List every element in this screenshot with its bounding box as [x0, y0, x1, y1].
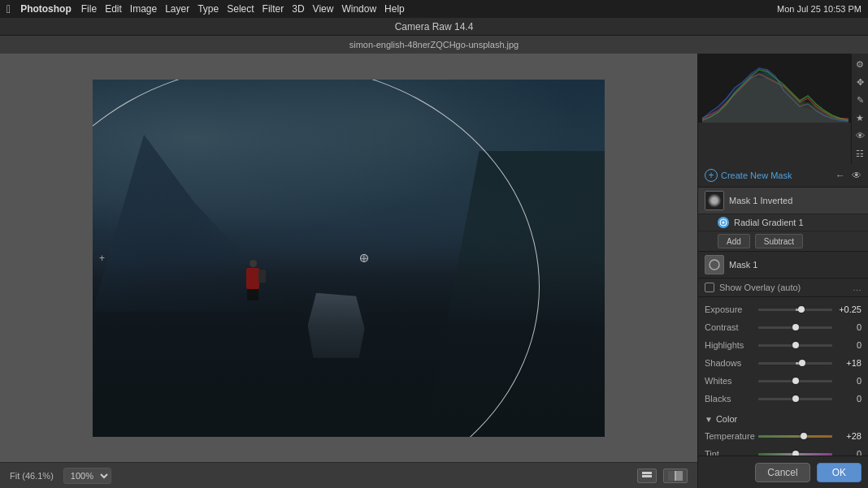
histogram-wrapper: ⚙ ✥ ✎ ★ 👁 ☷	[698, 54, 868, 164]
zoom-fit-label: Fit (46.1%)	[10, 471, 54, 481]
menu-window[interactable]: Window	[341, 3, 376, 15]
subtract-button[interactable]: Subtract	[755, 234, 803, 248]
mask-header-icons: ← 👁	[835, 170, 861, 181]
svg-rect-1	[642, 475, 652, 477]
overlay-more-icon[interactable]: …	[853, 283, 861, 292]
contrast-row: Contrast 0	[698, 318, 868, 336]
file-bar: simon-english-48nerZQCHgo-unsplash.jpg	[0, 36, 868, 54]
rock-pile	[308, 293, 365, 358]
add-button[interactable]: Add	[718, 234, 750, 248]
menu-filter[interactable]: Filter	[263, 3, 284, 15]
photo-background: + +	[93, 80, 605, 437]
exposure-label: Exposure	[705, 304, 755, 314]
menu-select[interactable]: Select	[227, 3, 254, 15]
tint-row: Tint 0	[698, 445, 868, 456]
blacks-label: Blacks	[705, 394, 755, 404]
mask-header-row: + Create New Mask ← 👁	[698, 164, 868, 188]
crosshair[interactable]: +	[361, 252, 367, 265]
view-options-btn[interactable]	[637, 469, 657, 483]
radial-gradient-label: Radial Gradient 1	[734, 218, 861, 227]
show-overlay-label: Show Overlay (auto)	[719, 283, 801, 292]
title-bar: Camera Raw 14.4	[0, 18, 868, 36]
contrast-value: 0	[835, 322, 861, 332]
highlights-label: Highlights	[705, 340, 755, 350]
plus-circle-icon: +	[705, 169, 718, 182]
color-chevron-icon: ▼	[705, 415, 713, 424]
mask-back-icon[interactable]: ←	[835, 170, 845, 181]
color-section-title: Color	[716, 414, 737, 424]
grid-icon[interactable]: ☷	[853, 146, 867, 161]
tint-value: 0	[835, 449, 861, 456]
menu-edit[interactable]: Edit	[105, 3, 122, 15]
status-bar: Fit (46.1%) 100% 50% 25% Fit Fill	[0, 462, 697, 488]
mask-2-item[interactable]: Mask 1	[698, 252, 868, 279]
menu-file[interactable]: File	[81, 3, 97, 15]
mask-1-inverted-item[interactable]: Mask 1 Inverted	[698, 188, 868, 214]
mask-handle-left[interactable]: +	[99, 253, 105, 264]
highlights-value: 0	[835, 340, 861, 350]
mask-1-label: Mask 1 Inverted	[729, 196, 861, 205]
whites-row: Whites 0	[698, 372, 868, 390]
blacks-slider[interactable]	[758, 398, 832, 400]
zoom-select[interactable]: 100% 50% 25% Fit Fill	[63, 468, 111, 484]
mask-1-thumbnail	[705, 191, 724, 210]
ok-button[interactable]: OK	[817, 463, 861, 482]
canvas-area[interactable]: + + Fit (46.1%) 100% 50% 25% Fit Fill	[0, 54, 697, 488]
mask-2-label: Mask 1	[729, 260, 861, 270]
menu-bar:  Photoshop File Edit Image Layer Type S…	[0, 0, 868, 18]
right-panel: ⚙ ✥ ✎ ★ 👁 ☷ + Create New Mask ← 👁	[697, 54, 868, 488]
menu-view[interactable]: View	[313, 3, 334, 15]
blacks-value: 0	[835, 394, 861, 404]
radial-gradient-icon	[718, 217, 729, 228]
bottom-right-tools	[637, 469, 688, 483]
photo-container[interactable]: + +	[0, 54, 697, 462]
add-subtract-row: Add Subtract	[698, 231, 868, 252]
brush-tool-icon[interactable]: ✎	[853, 93, 867, 107]
exposure-slider[interactable]	[758, 309, 832, 311]
whites-value: 0	[835, 376, 861, 386]
blacks-row: Blacks 0	[698, 390, 868, 408]
exposure-value: +0.25	[835, 304, 861, 314]
panel-content[interactable]: + Create New Mask ← 👁 Mask 1 Inverted	[698, 164, 868, 456]
svg-rect-0	[642, 472, 652, 474]
right-tool-sidebar: ⚙ ✥ ✎ ★ 👁 ☷	[851, 54, 868, 164]
settings-icon[interactable]: ⚙	[853, 57, 867, 71]
filename: simon-english-48nerZQCHgo-unsplash.jpg	[349, 40, 519, 50]
menu-image[interactable]: Image	[130, 3, 157, 15]
whites-slider[interactable]	[758, 380, 832, 382]
menu-type[interactable]: Type	[197, 3, 219, 15]
temperature-slider[interactable]	[758, 435, 832, 438]
histogram-area	[698, 54, 851, 164]
mask-eye-icon[interactable]: 👁	[852, 170, 861, 181]
app-name: Photoshop	[20, 3, 72, 15]
shadows-row: Shadows +18	[698, 354, 868, 372]
svg-rect-3	[676, 471, 683, 481]
show-overlay-row: Show Overlay (auto) …	[698, 279, 868, 297]
temperature-label: Temperature	[705, 431, 755, 441]
window-title: Camera Raw 14.4	[395, 21, 474, 32]
menu-help[interactable]: Help	[384, 3, 405, 15]
color-section-header[interactable]: ▼ Color	[698, 411, 868, 427]
create-new-mask-button[interactable]: + Create New Mask	[705, 169, 831, 182]
healing-icon[interactable]: ★	[853, 110, 867, 125]
contrast-slider[interactable]	[758, 326, 832, 329]
temperature-value: +28	[835, 431, 861, 441]
compare-btn[interactable]	[663, 469, 688, 483]
tint-label: Tint	[705, 449, 755, 456]
shadows-slider[interactable]	[758, 362, 832, 365]
main-layout: + + Fit (46.1%) 100% 50% 25% Fit Fill	[0, 54, 868, 488]
expand-icon[interactable]: ✥	[853, 75, 867, 89]
show-overlay-checkbox[interactable]	[705, 283, 714, 292]
cancel-button[interactable]: Cancel	[755, 463, 809, 482]
adjustments-section: Exposure +0.25 Contrast 0	[698, 297, 868, 411]
tint-slider[interactable]	[758, 453, 832, 456]
eye-panel-icon[interactable]: 👁	[853, 128, 867, 143]
apple-logo[interactable]: 	[7, 2, 11, 15]
svg-point-9	[723, 222, 725, 224]
highlights-slider[interactable]	[758, 344, 832, 347]
menu-layer[interactable]: Layer	[165, 3, 189, 15]
mask-thumb-inner	[708, 194, 721, 207]
svg-rect-2	[668, 471, 675, 481]
menu-3d[interactable]: 3D	[292, 3, 304, 15]
radial-gradient-submask[interactable]: Radial Gradient 1	[698, 214, 868, 231]
